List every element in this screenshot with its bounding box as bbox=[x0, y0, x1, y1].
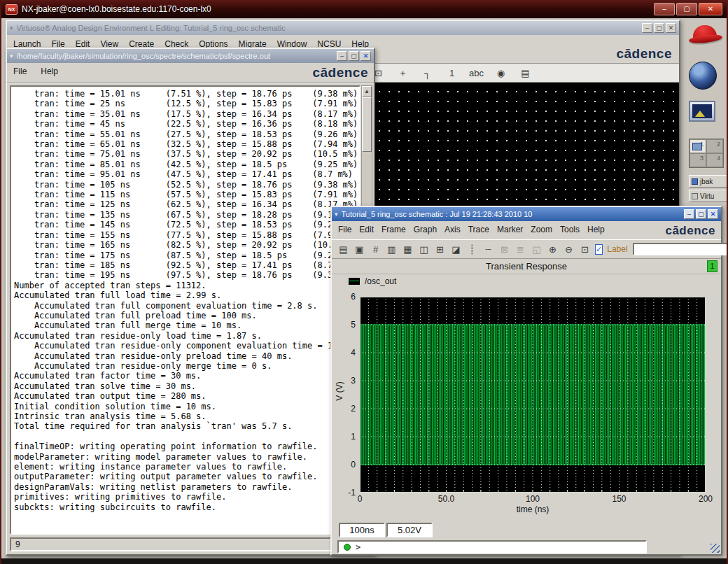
spectre-maximize-button[interactable]: ▢ bbox=[349, 51, 359, 61]
status-value: 9 bbox=[10, 537, 342, 551]
x-tick-label: 50.0 bbox=[438, 494, 454, 504]
wave-toolbar: ▤▣#▥▦◫⊞◪┊┄⊠≣◱⊕⊖⊡ ✓ Label bbox=[332, 239, 721, 259]
task-list: jbak Virtu bbox=[689, 175, 727, 202]
fit-view-icon[interactable]: ⊡ bbox=[578, 242, 592, 256]
zoom-out-icon[interactable]: ⊖ bbox=[561, 242, 576, 256]
simulation-log-pane[interactable]: tran: time = 15.01 ns (7.51 %), step = 1… bbox=[10, 85, 360, 535]
task-icon bbox=[692, 178, 698, 185]
menu-file[interactable]: File bbox=[337, 225, 352, 234]
workspace-2[interactable]: 2 bbox=[706, 139, 723, 153]
plot-area[interactable] bbox=[360, 297, 706, 493]
y-tick-label: 1 bbox=[351, 432, 356, 442]
menu-help[interactable]: Help bbox=[40, 66, 59, 76]
zoom-in-icon[interactable]: ⊕ bbox=[545, 242, 560, 256]
nx-close-button[interactable]: ✕ bbox=[699, 3, 722, 15]
print-icon[interactable]: ▤ bbox=[336, 242, 351, 256]
window-menu-icon[interactable]: ▾ bbox=[10, 24, 13, 31]
spectre-titlebar[interactable]: ▾ /home/faculty/jbaker/simulation/ring_o… bbox=[7, 49, 374, 63]
menu-zoom[interactable]: Zoom bbox=[530, 225, 553, 234]
nx-minimize-button[interactable]: – bbox=[654, 3, 675, 15]
redhat-icon[interactable] bbox=[689, 25, 722, 53]
menu-tools[interactable]: Tools bbox=[559, 225, 580, 234]
add-narrow-wire-icon[interactable]: 1 bbox=[444, 66, 459, 80]
composite-mode-icon[interactable]: ▦ bbox=[400, 242, 415, 256]
menu-file[interactable]: File bbox=[13, 66, 27, 76]
spectre-close-button[interactable]: ✕ bbox=[360, 51, 371, 61]
trace-color-swatch[interactable] bbox=[349, 278, 360, 285]
menu-trace[interactable]: Trace bbox=[468, 225, 490, 234]
horizontal-marker-icon[interactable]: ┄ bbox=[481, 242, 496, 256]
status-ready-icon bbox=[344, 544, 351, 551]
marker-readout-row: 100ns 5.02V bbox=[332, 521, 721, 539]
y-tick-label: 0 bbox=[351, 460, 356, 470]
spectre-minimize-button[interactable]: – bbox=[337, 51, 347, 61]
spectre-statusbar: 9 bbox=[7, 535, 374, 554]
wave-minimize-button[interactable]: – bbox=[684, 209, 694, 219]
label-checkbox[interactable]: ✓ bbox=[595, 244, 603, 255]
menu-frame[interactable]: Frame bbox=[381, 225, 407, 234]
spectre-menubar: FileHelp bbox=[13, 65, 59, 76]
nx-titlebar[interactable]: NX NX-jbaker@coen-lx0.boisestate.edu:117… bbox=[1, 0, 727, 18]
screenshot-icon[interactable] bbox=[689, 101, 715, 122]
window-menu-icon[interactable]: ▾ bbox=[335, 211, 338, 218]
label-input[interactable] bbox=[633, 243, 727, 255]
wave-maximize-button[interactable]: ▢ bbox=[696, 209, 706, 219]
add-pin-icon[interactable]: ◉ bbox=[493, 66, 508, 80]
ade-close-button[interactable]: ✕ bbox=[666, 23, 676, 33]
ade-minimize-button[interactable]: – bbox=[642, 23, 652, 33]
snapshot-icon[interactable]: ▣ bbox=[352, 242, 367, 256]
add-wire-icon[interactable]: ┐ bbox=[420, 66, 435, 80]
trace-name[interactable]: /osc_out bbox=[365, 276, 396, 286]
overlay-mode-icon[interactable]: ◫ bbox=[416, 242, 431, 256]
graph-title: Transient Response bbox=[486, 261, 567, 272]
wave-close-button[interactable]: ✕ bbox=[708, 209, 718, 219]
nx-remote-desktop-window: NX NX-jbaker@coen-lx0.boisestate.edu:117… bbox=[0, 0, 728, 564]
menu-marker[interactable]: Marker bbox=[496, 225, 524, 234]
resize-grip[interactable] bbox=[710, 544, 720, 553]
menu-graph[interactable]: Graph bbox=[413, 225, 438, 234]
menu-edit[interactable]: Edit bbox=[358, 225, 374, 234]
y-tick-label: 5 bbox=[351, 320, 356, 330]
data-table-icon[interactable]: ≣ bbox=[513, 242, 528, 256]
task-item-virtuoso[interactable]: Virtu bbox=[689, 190, 727, 202]
wire-name-icon[interactable]: abc bbox=[469, 66, 484, 80]
window-bottom-edge bbox=[1, 558, 727, 564]
menu-axis[interactable]: Axis bbox=[444, 225, 461, 234]
spectre-content: tran: time = 15.01 ns (7.51 %), step = 1… bbox=[7, 84, 374, 535]
scrollbar-thumb[interactable] bbox=[362, 97, 372, 152]
simulation-log-text: tran: time = 15.01 ns (7.51 %), step = 1… bbox=[11, 87, 359, 512]
vertical-marker-icon[interactable]: ┊ bbox=[465, 242, 479, 256]
new-subwindow-icon[interactable]: ⊞ bbox=[433, 242, 447, 256]
y-tick-label: 4 bbox=[351, 348, 356, 358]
time-readout-field[interactable]: 100ns bbox=[339, 523, 385, 537]
y-axis-labels: -10123456 bbox=[335, 297, 358, 493]
y-tick-label: 3 bbox=[351, 376, 356, 386]
workspace-1[interactable]: 1 bbox=[690, 139, 706, 153]
nx-maximize-button[interactable]: ▢ bbox=[676, 3, 697, 15]
add-note-icon[interactable]: ▤ bbox=[518, 66, 533, 80]
voltage-readout-field[interactable]: 5.02V bbox=[386, 523, 433, 537]
strip-chart-icon[interactable]: ▥ bbox=[384, 242, 399, 256]
web-browser-globe-icon[interactable] bbox=[689, 62, 717, 90]
copy-graph-icon[interactable]: ◪ bbox=[449, 242, 463, 256]
add-instance-icon[interactable]: + bbox=[396, 66, 410, 80]
graph-grid-icon[interactable]: # bbox=[368, 242, 383, 256]
window-menu-icon[interactable]: ▾ bbox=[10, 52, 13, 59]
menu-help[interactable]: Help bbox=[587, 225, 606, 234]
calculator-icon[interactable]: ◱ bbox=[529, 242, 544, 256]
scroll-up-icon[interactable]: ▲ bbox=[362, 86, 372, 97]
x-tick-label: 150 bbox=[612, 494, 626, 504]
workspace-4[interactable]: 4 bbox=[706, 153, 723, 167]
ade-titlebar[interactable]: ▾ Virtuoso® Analog Design Environment L … bbox=[7, 21, 679, 35]
wave-titlebar[interactable]: ▾ Tutorial_5 ring_osc schematic : Jul 19… bbox=[332, 207, 721, 221]
remote-desktop: ▾ Virtuoso® Analog Design Environment L … bbox=[1, 18, 727, 558]
ade-maximize-button[interactable]: ▢ bbox=[654, 23, 664, 33]
task-item-jbak[interactable]: jbak bbox=[689, 175, 727, 188]
task-label: Virtu bbox=[700, 192, 714, 200]
command-line[interactable]: > bbox=[337, 540, 647, 554]
workspace-3[interactable]: 3 bbox=[690, 153, 706, 167]
workspace-pager: 1 2 3 4 bbox=[689, 139, 724, 168]
x-tick-label: 0 bbox=[358, 494, 363, 504]
subwindow-number-badge[interactable]: 1 bbox=[707, 260, 718, 272]
delete-trace-icon[interactable]: ⊠ bbox=[497, 242, 512, 256]
